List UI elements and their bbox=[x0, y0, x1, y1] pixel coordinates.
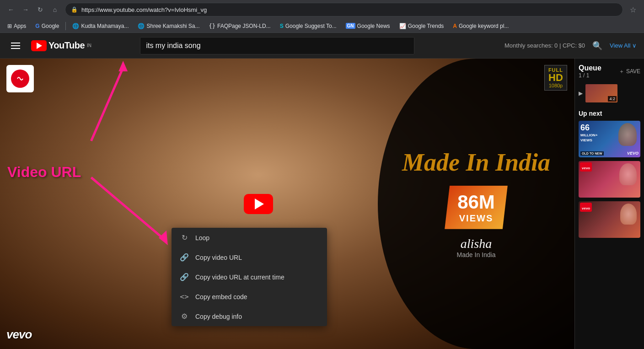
bookmark-keyword[interactable]: A Google keyword pl... bbox=[449, 21, 512, 31]
back-button[interactable]: ← bbox=[5, 3, 17, 16]
bookmark-kudta[interactable]: 🌐 Kudta Mahamaya... bbox=[69, 21, 132, 31]
debug-label: Copy debug info bbox=[195, 313, 242, 320]
sony-icon bbox=[14, 72, 27, 85]
views-badge: 86M VIEWS bbox=[445, 186, 508, 229]
queue-thumbnail: 4:2 bbox=[585, 84, 617, 102]
menu-line-1 bbox=[11, 43, 20, 43]
up-next-video-3[interactable]: vevo bbox=[579, 201, 640, 238]
forward-button[interactable]: → bbox=[19, 3, 32, 16]
embed-label: Copy embed code bbox=[195, 293, 247, 301]
bookmark-shree-label: Shree Kamakshi Sa... bbox=[146, 23, 199, 29]
bookmark-separator bbox=[65, 22, 66, 30]
old-new-badge-1: OLD TO NEW bbox=[580, 151, 604, 156]
reload-button[interactable]: ↻ bbox=[34, 3, 47, 16]
bookmark-trends-label: Google Trends bbox=[408, 23, 444, 29]
embed-icon: <> bbox=[180, 292, 189, 301]
google-icon: G bbox=[35, 23, 39, 29]
sidebar: Queue 1 / 1 ＋ SAVE ▶ 4:2 Up next 66 MILL… bbox=[574, 59, 644, 349]
bookmark-icon-1: 🌐 bbox=[72, 23, 79, 29]
queue-duration: 4:2 bbox=[608, 96, 617, 102]
bookmark-news-label: Google News bbox=[357, 23, 390, 29]
play-button[interactable] bbox=[244, 194, 273, 214]
lock-icon: 🔒 bbox=[71, 6, 78, 13]
header-right: Monthly searches: 0 | CPC: $0 🔍 View All… bbox=[504, 37, 637, 54]
up-next-video-2[interactable]: vevo bbox=[579, 161, 640, 198]
thumb-face-3 bbox=[620, 204, 637, 225]
youtube-header: YouTubeIN Monthly searches: 0 | CPC: $0 … bbox=[0, 33, 644, 59]
context-menu-loop[interactable]: ↻ Loop bbox=[172, 228, 327, 247]
view-all-button[interactable]: View All ∨ bbox=[610, 42, 637, 49]
bookmark-shree[interactable]: 🌐 Shree Kamakshi Sa... bbox=[134, 21, 203, 31]
video-area: FULL HD 1080p Made In India 86M VIEWS al… bbox=[0, 59, 574, 349]
search-bar bbox=[140, 37, 414, 54]
home-button[interactable]: ⌂ bbox=[48, 3, 61, 16]
sony-music-logo bbox=[6, 65, 34, 92]
vevo-logo-3: vevo bbox=[580, 203, 592, 212]
search-icon-button[interactable]: 🔍 bbox=[589, 37, 606, 54]
video-title-overlay: Made In India bbox=[402, 149, 550, 176]
youtube-logo[interactable]: YouTubeIN bbox=[31, 40, 91, 51]
browser-toolbar: ← → ↻ ⌂ 🔒 https://www.youtube.com/watch?… bbox=[0, 0, 644, 19]
save-plus-icon: ＋ bbox=[619, 68, 624, 75]
copy-url-time-icon: 🔗 bbox=[180, 273, 189, 281]
address-bar[interactable]: 🔒 https://www.youtube.com/watch?v=IvloHs… bbox=[65, 3, 623, 16]
views-label: VIEWS bbox=[457, 213, 495, 224]
hd-badge: FULL HD 1080p bbox=[544, 65, 567, 91]
bookmark-icon-2: 🌐 bbox=[138, 23, 145, 29]
menu-button[interactable] bbox=[7, 39, 24, 53]
queue-header: Queue 1 / 1 ＋ SAVE bbox=[579, 62, 640, 82]
menu-line-3 bbox=[11, 48, 20, 49]
bookmarks-bar: ⊞ Apps G Google 🌐 Kudta Mahamaya... 🌐 Sh… bbox=[0, 19, 644, 33]
loop-label: Loop bbox=[195, 234, 209, 242]
queue-info: Queue 1 / 1 bbox=[579, 64, 601, 79]
views-number: 86M bbox=[457, 191, 495, 213]
bookmark-kudta-label: Kudta Mahamaya... bbox=[81, 23, 129, 29]
context-menu-debug[interactable]: ⚙ Copy debug info bbox=[172, 306, 327, 326]
bookmark-suggest-label: Google Suggest To... bbox=[285, 23, 337, 29]
youtube-logo-text: YouTube bbox=[48, 40, 85, 51]
artist-name: alisha bbox=[457, 236, 496, 251]
bookmark-faqpage[interactable]: {} FAQPage JSON-LD... bbox=[205, 21, 274, 31]
queue-save-button[interactable]: ＋ SAVE bbox=[619, 68, 640, 75]
bookmark-icon-3: {} bbox=[209, 23, 215, 29]
bookmark-google[interactable]: G Google bbox=[32, 21, 63, 31]
monthly-searches: Monthly searches: 0 | CPC: $0 bbox=[504, 42, 585, 49]
queue-video-item[interactable]: ▶ 4:2 bbox=[579, 82, 640, 104]
bookmark-star-button[interactable]: ☆ bbox=[627, 3, 639, 16]
context-menu-copy-url-time[interactable]: 🔗 Copy video URL at current time bbox=[172, 267, 327, 287]
nav-buttons: ← → ↻ ⌂ bbox=[5, 3, 61, 16]
apps-icon: ⊞ bbox=[7, 23, 12, 29]
youtube-logo-icon bbox=[31, 40, 47, 51]
bookmark-trends[interactable]: 📈 Google Trends bbox=[396, 21, 448, 31]
svg-text:vevo: vevo bbox=[6, 328, 32, 341]
hd-resolution: 1080p bbox=[548, 83, 563, 88]
artist-text: alisha Made In India bbox=[457, 236, 496, 258]
copy-url-label: Copy video URL bbox=[195, 254, 242, 261]
search-input[interactable] bbox=[140, 37, 414, 54]
artist-subtitle: Made In India bbox=[457, 251, 496, 258]
bookmark-icon-6: 📈 bbox=[399, 23, 406, 29]
context-menu: ↻ Loop 🔗 Copy video URL 🔗 Copy video URL… bbox=[172, 228, 327, 326]
video-right-overlay: Made In India 86M VIEWS alisha Made In I… bbox=[378, 59, 574, 349]
loop-icon: ↻ bbox=[180, 233, 189, 242]
hd-label: HD bbox=[548, 73, 563, 83]
queue-count: 1 / 1 bbox=[579, 72, 601, 79]
main-content: FULL HD 1080p Made In India 86M VIEWS al… bbox=[0, 59, 644, 349]
bookmark-icon-4: S bbox=[280, 23, 284, 29]
vevo-watermark: vevo bbox=[6, 328, 43, 344]
copy-url-time-label: Copy video URL at current time bbox=[195, 274, 284, 281]
bookmark-suggest[interactable]: S Google Suggest To... bbox=[276, 21, 340, 31]
context-menu-embed[interactable]: <> Copy embed code bbox=[172, 287, 327, 306]
vevo-logo-2: vevo bbox=[580, 162, 592, 172]
up-next-views-1: 66 MILLION+ VIEWS bbox=[580, 123, 598, 143]
bookmark-faqpage-label: FAQPage JSON-LD... bbox=[217, 23, 271, 29]
bookmark-news[interactable]: GN Google News bbox=[342, 21, 394, 31]
bookmark-icon-5: GN bbox=[346, 23, 355, 29]
youtube-country: IN bbox=[87, 43, 91, 48]
context-menu-copy-url[interactable]: 🔗 Copy video URL bbox=[172, 247, 327, 267]
bookmark-keyword-label: Google keyword pl... bbox=[459, 23, 509, 29]
up-next-video-1[interactable]: 66 MILLION+ VIEWS OLD TO NEW VEVO bbox=[579, 121, 640, 157]
up-next-label: Up next bbox=[579, 110, 640, 117]
copy-url-icon: 🔗 bbox=[180, 253, 189, 262]
bookmark-apps[interactable]: ⊞ Apps bbox=[4, 21, 30, 31]
